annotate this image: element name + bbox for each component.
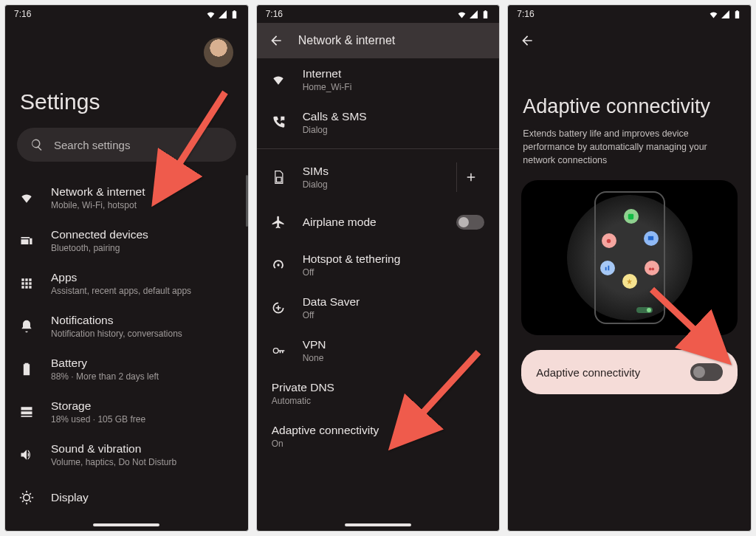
vpn-icon	[271, 343, 286, 358]
screen-adaptive-connectivity: 7:16 Adaptive connectivity Extends batte…	[507, 4, 752, 532]
status-bar: 7:16	[5, 5, 248, 23]
phone-sms-icon	[271, 115, 286, 130]
status-bar: 7:16	[508, 5, 751, 23]
row-sub: Mobile, Wi-Fi, hotspot	[51, 200, 233, 210]
row-calls-sms[interactable]: Calls & SMS Dialog	[257, 101, 500, 144]
signal-icon	[469, 10, 478, 19]
svg-point-6	[649, 267, 652, 270]
svg-point-7	[652, 267, 655, 270]
volume-icon	[19, 447, 34, 462]
row-sims[interactable]: SIMs Dialog	[257, 154, 500, 201]
dot-blue	[644, 231, 659, 246]
row-network-internet[interactable]: Network & internet Mobile, Wi-Fi, hotspo…	[5, 176, 248, 219]
dot-yellow	[622, 274, 637, 289]
battery-icon	[732, 10, 742, 19]
add-sim-button[interactable]	[456, 162, 484, 192]
row-sound-vibration[interactable]: Sound & vibration Volume, haptics, Do No…	[5, 433, 248, 476]
screen-network-internet: 7:16 Network & internet Internet Home_Wi…	[256, 4, 501, 532]
row-internet[interactable]: Internet Home_Wi-Fi	[257, 58, 500, 101]
status-icons	[206, 10, 239, 19]
wifi-icon	[709, 10, 718, 19]
wifi-icon	[271, 72, 286, 87]
data-saver-icon	[271, 300, 286, 315]
battery-icon	[481, 10, 490, 19]
row-storage[interactable]: Storage 18% used · 105 GB free	[5, 391, 248, 433]
wifi-icon	[457, 10, 467, 19]
hotspot-icon	[271, 258, 286, 272]
sim-icon	[271, 170, 286, 185]
back-icon[interactable]	[520, 33, 535, 48]
row-vpn[interactable]: VPN None	[257, 329, 500, 372]
page-title: Adaptive connectivity	[508, 58, 751, 127]
dot-green	[624, 209, 639, 224]
screen-settings: 7:16 Settings Search settings Network & …	[4, 4, 249, 532]
svg-rect-4	[628, 214, 633, 219]
wifi-icon	[206, 10, 216, 19]
battery-icon	[19, 362, 34, 377]
row-apps[interactable]: Apps Assistant, recent apps, default app…	[5, 262, 248, 305]
adaptive-connectivity-panel[interactable]: Adaptive connectivity	[521, 350, 738, 394]
divider	[257, 148, 500, 149]
signal-icon	[218, 10, 227, 19]
page-title: Settings	[5, 67, 248, 128]
row-battery[interactable]: Battery 88% · More than 2 days left	[5, 348, 248, 391]
plus-icon	[464, 171, 478, 184]
svg-point-2	[273, 348, 278, 354]
row-display[interactable]: Display	[5, 476, 248, 519]
nav-pill[interactable]	[345, 523, 411, 526]
status-time: 7:16	[517, 9, 534, 19]
bell-icon	[19, 319, 34, 334]
scrollbar[interactable]	[246, 175, 248, 227]
status-icons	[457, 10, 490, 19]
signal-icon	[721, 10, 730, 19]
row-notifications[interactable]: Notifications Notification history, conv…	[5, 305, 248, 348]
row-private-dns[interactable]: Private DNS Automatic	[257, 372, 500, 415]
status-bar: 7:16	[257, 5, 500, 23]
airplane-icon	[271, 215, 286, 230]
search-settings[interactable]: Search settings	[17, 128, 236, 162]
adaptive-connectivity-toggle[interactable]	[690, 363, 723, 381]
airplane-toggle[interactable]	[456, 215, 484, 230]
dot-lightblue	[600, 261, 615, 275]
row-airplane[interactable]: Airplane mode	[257, 201, 500, 244]
status-time: 7:16	[14, 9, 31, 19]
app-bar: Network & internet	[257, 23, 500, 58]
dot-peach2	[645, 261, 659, 275]
storage-icon	[19, 405, 34, 419]
dot-peach	[602, 233, 616, 248]
row-data-saver[interactable]: Data Saver Off	[257, 286, 500, 329]
row-connected-devices[interactable]: Connected devices Bluetooth, pairing	[5, 219, 248, 262]
battery-icon	[230, 10, 239, 19]
settings-list: Network & internet Mobile, Wi-Fi, hotspo…	[5, 176, 248, 519]
status-time: 7:16	[266, 9, 283, 19]
back-icon[interactable]	[269, 33, 284, 48]
app-bar	[508, 23, 751, 58]
search-placeholder: Search settings	[54, 139, 130, 151]
brightness-icon	[19, 490, 34, 505]
profile-avatar[interactable]	[204, 38, 233, 67]
row-hotspot[interactable]: Hotspot & tethering Off	[257, 244, 500, 286]
nav-pill[interactable]	[93, 523, 159, 526]
hero-illustration	[521, 180, 738, 335]
devices-icon	[19, 233, 34, 248]
row-title: Network & internet	[51, 185, 233, 199]
svg-point-1	[277, 264, 279, 266]
search-icon	[30, 138, 44, 151]
svg-point-5	[607, 239, 611, 244]
apps-icon	[19, 276, 34, 291]
page-title: Network & internet	[298, 34, 396, 47]
network-list: Internet Home_Wi-Fi Calls & SMS Dialog S…	[257, 58, 500, 458]
wifi-icon	[19, 190, 34, 205]
toggle-label: Adaptive connectivity	[536, 366, 640, 379]
page-description: Extends battery life and improves device…	[508, 127, 751, 180]
illustration-phone	[594, 191, 665, 324]
status-icons	[709, 10, 742, 19]
row-adaptive-connectivity[interactable]: Adaptive connectivity On	[257, 415, 500, 458]
